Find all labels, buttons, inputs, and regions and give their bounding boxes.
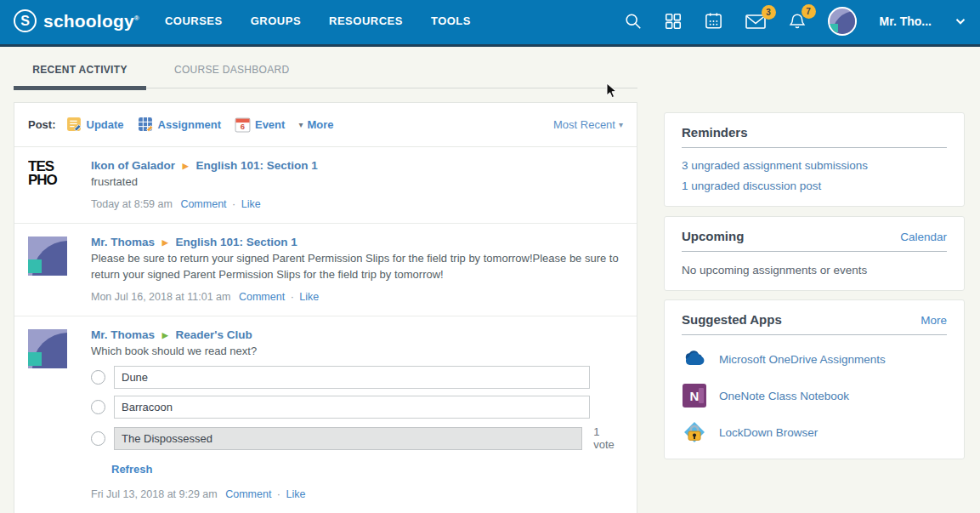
user-menu-name[interactable]: Mr. Tho... [880,14,932,28]
app-link-lockdown[interactable]: LockDown Browser [719,426,818,439]
assignment-icon [138,117,154,133]
more-caret-down-icon: ▾ [298,120,303,129]
poll-vote-count: 1 vote [593,425,623,451]
nav-link-tools[interactable]: TOOLS [431,14,471,27]
sort-dropdown[interactable]: Most Recent ▾ [553,118,623,131]
comment-link[interactable]: Comment [239,291,285,303]
suggested-apps-title: Suggested Apps [682,312,782,327]
primary-nav: COURSES GROUPS RESOURCES TOOLS [165,14,471,27]
schoology-s-icon: S [14,9,37,32]
post-composer-bar: Post: Update Assignment [14,103,637,147]
group-link[interactable]: Reader's Club [175,328,252,341]
reminder-ungraded-discussion-link[interactable]: 1 ungraded discussion post [682,180,947,192]
poll-refresh-link[interactable]: Refresh [111,463,152,476]
top-navbar: S schoology® COURSES GROUPS RESOURCES TO… [0,0,980,47]
messages-badge: 3 [762,5,776,20]
app-row: Microsoft OneDrive Assignments [682,346,947,372]
tab-course-dashboard[interactable]: COURSE DASHBOARD [174,64,290,88]
upcoming-empty-text: No upcoming assignments or events [682,264,947,276]
poll-option-box[interactable]: Barracoon [114,396,590,419]
schoology-logo[interactable]: S schoology® [14,9,139,32]
like-link[interactable]: Like [286,488,306,500]
course-link[interactable]: English 101: Section 1 [175,236,297,248]
reminders-title: Reminders [682,125,748,140]
breadcrumb-arrow-icon: ▶ [162,238,168,247]
user-menu-chevron-down-icon[interactable] [953,14,968,29]
feed-item: Mr. Thomas ▶ English 101: Section 1 Plea… [14,224,637,316]
comment-link[interactable]: Comment [180,198,226,210]
post-timestamp: Today at 8:59 am [91,198,173,210]
poll-option-box[interactable]: Dune [114,366,590,389]
lockdown-icon [682,419,707,445]
avatar[interactable] [28,237,67,276]
poll-option-box[interactable]: The Dispossessed [114,427,582,450]
post-event-button[interactable]: 6 Event [235,117,285,133]
nav-link-courses[interactable]: COURSES [165,14,223,27]
comment-link[interactable]: Comment [225,488,271,500]
like-link[interactable]: Like [241,198,261,210]
poll: Dune Barracoon The Dispossessed 1 vote R… [91,366,623,476]
post-more-button[interactable]: ▾ More [298,118,333,131]
apps-more-link[interactable]: More [921,314,947,327]
poll-option: Dune [91,366,623,389]
post-assignment-button[interactable]: Assignment [138,117,221,133]
calendar-link[interactable]: Calendar [900,231,947,243]
app-row: LockDown Browser [682,419,947,445]
author-link[interactable]: Mr. Thomas [91,328,155,341]
calendar-icon[interactable] [704,11,723,31]
poll-option-radio[interactable] [91,400,105,414]
author-link[interactable]: Mr. Thomas [91,236,155,248]
like-link[interactable]: Like [299,291,319,303]
post-timestamp: Mon Jul 16, 2018 at 11:01 am [91,291,230,303]
sort-caret-down-icon: ▾ [619,120,623,129]
user-avatar[interactable] [828,7,857,36]
post-text: Please be sure to return your signed Par… [91,251,623,283]
nav-link-resources[interactable]: RESOURCES [329,14,403,27]
upcoming-title: Upcoming [682,229,744,243]
svg-text:6: 6 [241,122,245,131]
notifications-bell-icon[interactable]: 7 [788,11,807,31]
post-label: Post: [28,118,56,131]
upcoming-card: Upcoming Calendar No upcoming assignment… [664,216,965,291]
search-icon[interactable] [624,12,643,31]
post-timestamp: Fri Jul 13, 2018 at 9:29 am [91,488,218,500]
poll-option: Barracoon [91,396,623,419]
poll-option-radio[interactable] [91,370,105,385]
app-link-onedrive[interactable]: Microsoft OneDrive Assignments [719,353,886,366]
breadcrumb-arrow-icon: ▶ [183,162,189,170]
post-text: frusrtated [91,174,623,191]
brand-name: schoology® [43,11,139,31]
apps-grid-icon[interactable] [664,12,683,31]
post-update-button[interactable]: Update [66,117,124,133]
poll-option-radio[interactable] [91,431,105,446]
reminder-ungraded-assignments-link[interactable]: 3 ungraded assignment submissions [682,159,947,172]
feed-item: TESPHO Ikon of Galador ▶ English 101: Se… [14,147,637,224]
suggested-apps-card: Suggested Apps More Microsoft OneDrive A… [664,299,965,459]
feed-tabs: RECENT ACTIVITY COURSE DASHBOARD [14,56,637,88]
recent-activity-feed: Post: Update Assignment [14,102,637,513]
author-link[interactable]: Ikon of Galador [91,159,175,172]
app-row: N OneNote Class Notebook [682,383,947,408]
poll-option: The Dispossessed 1 vote [91,425,623,451]
tab-recent-activity[interactable]: RECENT ACTIVITY [14,64,146,90]
feed-item-poll: Mr. Thomas ▶ Reader's Club Which book sh… [14,316,637,513]
messages-icon[interactable]: 3 [745,12,767,31]
nav-link-groups[interactable]: GROUPS [251,14,301,27]
reminders-card: Reminders 3 ungraded assignment submissi… [664,112,965,207]
registered-mark: ® [134,14,139,22]
course-link[interactable]: English 101: Section 1 [195,159,317,172]
update-icon [66,117,82,133]
app-link-onenote[interactable]: OneNote Class Notebook [719,390,849,402]
avatar[interactable] [28,329,67,368]
onedrive-icon [682,346,707,372]
breadcrumb-arrow-icon: ▶ [162,331,168,339]
avatar[interactable]: TESPHO [28,160,67,199]
poll-question: Which book should we read next? [91,344,623,360]
event-icon: 6 [235,117,251,133]
onenote-icon: N [682,383,707,408]
notifications-badge: 7 [802,4,816,19]
